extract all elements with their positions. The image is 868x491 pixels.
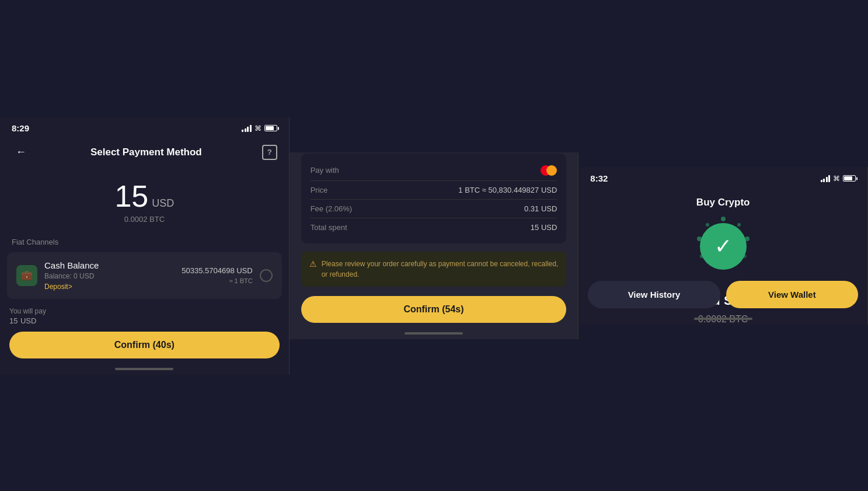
- home-indicator-1: [115, 368, 173, 370]
- home-indicator-2: [405, 332, 463, 335]
- cash-balance-equiv: ≈ 1 BTC: [182, 277, 252, 284]
- battery-icon-1: [264, 125, 277, 131]
- svg-point-6: [706, 223, 709, 227]
- status-bar-3: 8:32 ⌘: [578, 167, 867, 188]
- screen-1: 8:29 ⌘ ← Select Payment Method ? 15 USD …: [0, 117, 290, 375]
- screen-3: 8:32 ⌘ Buy Crypto: [578, 167, 868, 325]
- cash-balance-balance: Balance: 0 USD: [44, 272, 175, 280]
- total-row: Total spent 15 USD: [311, 218, 557, 236]
- header-title-3: Buy Crypto: [696, 197, 750, 208]
- warning-text: Please review your order carefully as pa…: [322, 259, 559, 280]
- mastercard-icon: [541, 165, 557, 176]
- warning-icon: ⚠: [309, 259, 317, 269]
- deposit-link[interactable]: Deposit>: [44, 283, 175, 291]
- status-icons-1: ⌘: [242, 124, 277, 133]
- fee-row: Fee (2.06%) 0.31 USD: [311, 200, 557, 218]
- time-3: 8:32: [590, 173, 608, 183]
- signal-icon-3: [821, 175, 831, 182]
- status-icons-3: ⌘: [821, 175, 856, 183]
- pay-with-row: Pay with: [311, 161, 557, 181]
- cash-balance-usd: 50335.5704698 USD: [182, 266, 252, 275]
- success-icon-container: ✓: [694, 217, 752, 276]
- amount-section-1: 15 USD 0.0002 BTC: [0, 167, 289, 238]
- pay-with-label: Pay with: [311, 166, 339, 175]
- header-1: ← Select Payment Method ?: [0, 138, 289, 167]
- success-circle: ✓: [700, 223, 747, 270]
- you-will-pay-label: You will pay 15 USD: [9, 307, 280, 326]
- fee-value: 0.31 USD: [524, 204, 557, 213]
- help-button-1[interactable]: ?: [262, 145, 277, 160]
- fee-label: Fee (2.06%): [311, 204, 353, 213]
- success-checkmark-icon: ✓: [714, 234, 732, 259]
- confirm-order-modal: Confirm Order ✕ You will receive 0.0002 …: [290, 152, 578, 339]
- header-title-1: Select Payment Method: [90, 147, 202, 158]
- wifi-icon-3: ⌘: [833, 175, 840, 183]
- amount-currency-1: USD: [152, 197, 174, 210]
- price-row: Price 1 BTC ≈ 50,830.449827 USD: [311, 181, 557, 200]
- svg-point-1: [737, 223, 741, 227]
- signal-icon-1: [242, 125, 252, 132]
- cash-balance-name: Cash Balance: [44, 260, 175, 270]
- amount-btc-1: 0.0002 BTC: [124, 215, 165, 224]
- success-buttons: View History View Wallet: [578, 274, 867, 325]
- cash-balance-radio[interactable]: [260, 269, 273, 282]
- modal-details: Pay with Price 1 BTC ≈ 50,830.449827 USD…: [301, 154, 567, 243]
- time-1: 8:29: [12, 123, 29, 133]
- cash-balance-info: Cash Balance Balance: 0 USD Deposit>: [44, 260, 175, 291]
- amount-number-1: 15: [114, 179, 148, 214]
- cash-balance-icon: 💼: [16, 265, 37, 286]
- home-indicator-3: [694, 318, 752, 320]
- total-value: 15 USD: [531, 223, 557, 232]
- section-label-1: Fiat Channels: [0, 238, 289, 252]
- pay-amount-display-1: 15 USD: [9, 315, 280, 326]
- status-bar-1: 8:29 ⌘: [0, 117, 289, 138]
- back-button-1[interactable]: ←: [12, 143, 30, 162]
- amount-display-1: 15 USD: [114, 179, 174, 214]
- screen-2: 8:29 ⌘ ← Select Payment Method ? 15 USD: [290, 152, 579, 339]
- confirm-button-2[interactable]: Confirm (54s): [301, 296, 567, 323]
- price-value: 1 BTC ≈ 50,830.449827 USD: [458, 186, 557, 194]
- wifi-icon-1: ⌘: [255, 124, 262, 133]
- view-history-button[interactable]: View History: [588, 281, 720, 308]
- total-label: Total spent: [311, 223, 347, 232]
- warning-box: ⚠ Please review your order carefully as …: [301, 252, 567, 287]
- battery-icon-3: [843, 175, 856, 182]
- cash-balance-amount: 50335.5704698 USD ≈ 1 BTC: [182, 266, 252, 284]
- svg-point-0: [721, 217, 726, 221]
- header-3: Buy Crypto: [578, 188, 867, 217]
- view-wallet-button[interactable]: View Wallet: [726, 281, 858, 308]
- price-label: Price: [311, 186, 328, 194]
- modal-overlay: Confirm Order ✕ You will receive 0.0002 …: [290, 152, 578, 339]
- cash-balance-option[interactable]: 💼 Cash Balance Balance: 0 USD Deposit> 5…: [7, 252, 282, 299]
- confirm-button-1[interactable]: Confirm (40s): [9, 332, 280, 358]
- bottom-bar-1: You will pay 15 USD Confirm (40s): [0, 300, 289, 375]
